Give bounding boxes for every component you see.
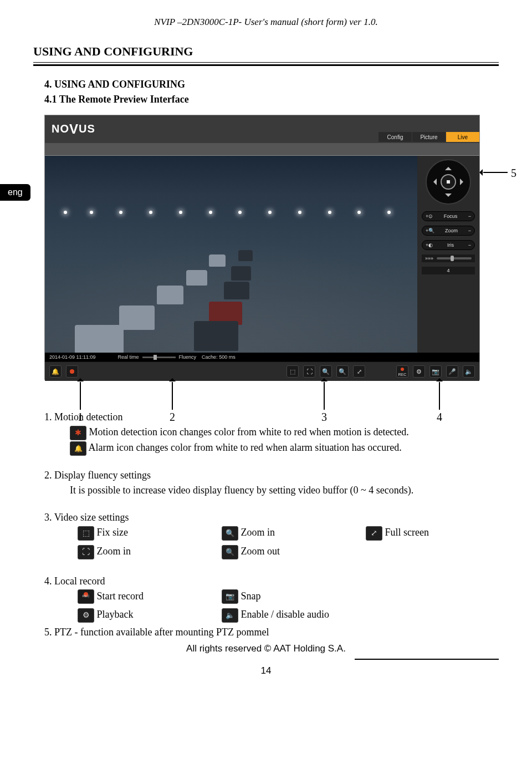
cache-label: Cache: 500 ms	[202, 354, 236, 360]
zoomout-label: Zoom out	[241, 546, 280, 557]
zoom-icon: 🔍	[428, 228, 434, 233]
minus-icon[interactable]: −	[468, 213, 471, 219]
section-5-line: 5. PTZ - function available after mounti…	[44, 625, 499, 640]
section-2-title: 2. Display fluency settings	[44, 468, 499, 483]
minus-icon[interactable]: −	[468, 242, 471, 248]
page-header: NVIP –2DN3000C-1P- User's manual (short …	[33, 17, 499, 28]
fixsize-label: Fix size	[97, 527, 129, 538]
rec-icon	[78, 589, 94, 604]
tab-live[interactable]: Live	[446, 132, 479, 142]
callout-4: 4	[437, 411, 442, 424]
focus-icon: ⊙	[428, 213, 433, 219]
ptz-panel: + ⊙ Focus − + 🔍 Zoom − + ◐ Iris −	[417, 156, 479, 353]
audio-icon	[222, 608, 238, 623]
zoomout-icon	[222, 545, 238, 559]
playback-label: Playback	[97, 609, 134, 620]
fluency-slider[interactable]	[142, 357, 176, 358]
arrows-icon: »»»	[425, 256, 433, 261]
zoom-control[interactable]: + 🔍 Zoom −	[422, 226, 475, 236]
focus-control[interactable]: + ⊙ Focus −	[422, 211, 475, 221]
mic-icon[interactable]: 🎤	[446, 365, 458, 378]
screenshot-header: NOVUS Config Picture Live	[45, 115, 479, 143]
fixsize-icon	[78, 526, 94, 541]
status-bar: 2014-01-09 11:11:09 Real time Fluency Ca…	[45, 353, 479, 362]
video-area[interactable]	[45, 156, 417, 353]
icon-bar: 🔔 ⬚ ⛶ 🔍 🔍 ⤢ REC ⚙ 📷 🎤 🔈	[45, 362, 479, 381]
playback-icon	[78, 608, 94, 623]
fixsize-icon[interactable]: ⬚	[287, 365, 299, 378]
ptz-direction-pad[interactable]	[426, 159, 471, 205]
fullscreen-icon[interactable]: ⤢	[353, 365, 365, 378]
speed-value: 4	[422, 267, 475, 274]
ptz-down-icon[interactable]	[445, 194, 452, 200]
callout-5: 5	[511, 167, 516, 180]
tab-config[interactable]: Config	[378, 132, 412, 142]
motion-detection-icon	[70, 426, 86, 440]
alarm-icon[interactable]: 🔔	[49, 365, 62, 378]
realtime-label: Real time	[118, 354, 139, 360]
motion-icon[interactable]	[66, 365, 78, 378]
header-tabs: Config Picture Live	[378, 132, 479, 143]
tab-picture[interactable]: Picture	[412, 132, 446, 142]
footer-rights: All rights reserved © AAT Holding S.A.	[33, 643, 499, 654]
alarm-icon	[70, 441, 86, 456]
divider-thick	[33, 64, 499, 66]
callout-arrow-3	[324, 382, 325, 410]
fullscreen-icon	[366, 526, 382, 541]
zoomin-icon	[222, 526, 238, 541]
screenshot-substrip	[45, 143, 479, 155]
ptz-left-icon[interactable]	[430, 179, 437, 185]
iris-control[interactable]: + ◐ Iris −	[422, 240, 475, 250]
zoomin-top-label: Zoom in	[241, 527, 275, 538]
iris-icon: ◐	[428, 242, 433, 248]
iris-label: Iris	[433, 242, 468, 248]
language-badge: eng	[0, 184, 30, 201]
audio-label: Enable / disable audio	[241, 609, 329, 620]
ptz-up-icon[interactable]	[445, 164, 452, 170]
section-4-title: 4. Local record	[44, 574, 499, 589]
page-number: 14	[33, 665, 499, 676]
callout-arrow-2	[172, 382, 173, 410]
timestamp: 2014-01-09 11:11:09	[49, 354, 96, 360]
section-3-title: 3. Video size settings	[44, 510, 499, 525]
start-record-label: Start record	[97, 590, 144, 602]
callout-arrow-1	[80, 382, 81, 410]
zoom-label: Zoom	[434, 228, 468, 233]
minus-icon[interactable]: −	[468, 228, 471, 233]
playback-icon[interactable]: ⚙	[413, 365, 425, 378]
section-title: USING AND CONFIGURING	[33, 44, 499, 59]
speed-slider[interactable]: »»»	[422, 254, 475, 262]
heading-4-1: 4.1 The Remote Preview Interface	[44, 92, 499, 107]
zoomin-bottom-label: Zoom in	[97, 546, 131, 557]
callout-arrow-4	[439, 382, 440, 410]
section-1-line1: Motion detection icon changes color from…	[89, 426, 409, 437]
ptz-center-button[interactable]	[441, 174, 456, 190]
callout-3: 3	[321, 411, 327, 424]
section-1-line2: Alarm icon changes color from white to r…	[89, 442, 402, 453]
callout-arrow-5	[483, 172, 508, 173]
screenshot-preview: NOVUS Config Picture Live	[44, 115, 480, 380]
section-2-line1: It is possible to increase video display…	[70, 485, 413, 496]
callout-1: 1	[78, 411, 83, 424]
fitsize-icon[interactable]: ⛶	[303, 365, 315, 378]
rec-icon[interactable]: REC	[396, 365, 408, 378]
speed-number: 4	[447, 268, 449, 273]
ptz-right-icon[interactable]	[460, 179, 467, 185]
snap-label: Snap	[241, 590, 261, 602]
audio-icon[interactable]: 🔈	[463, 365, 475, 378]
footer-divider	[355, 659, 499, 660]
fluency-label: Fluency	[179, 354, 197, 360]
heading-4: 4. USING AND CONFIGURING	[44, 77, 499, 92]
snap-icon	[222, 589, 238, 604]
fullscreen-label: Full screen	[385, 527, 429, 538]
zoomout-icon[interactable]: 🔍	[336, 365, 349, 378]
zoomfit-icon	[78, 545, 94, 559]
divider-thin	[33, 62, 499, 63]
callout-2: 2	[170, 411, 175, 424]
focus-label: Focus	[433, 213, 468, 219]
novus-logo: NOVUS	[52, 121, 95, 137]
